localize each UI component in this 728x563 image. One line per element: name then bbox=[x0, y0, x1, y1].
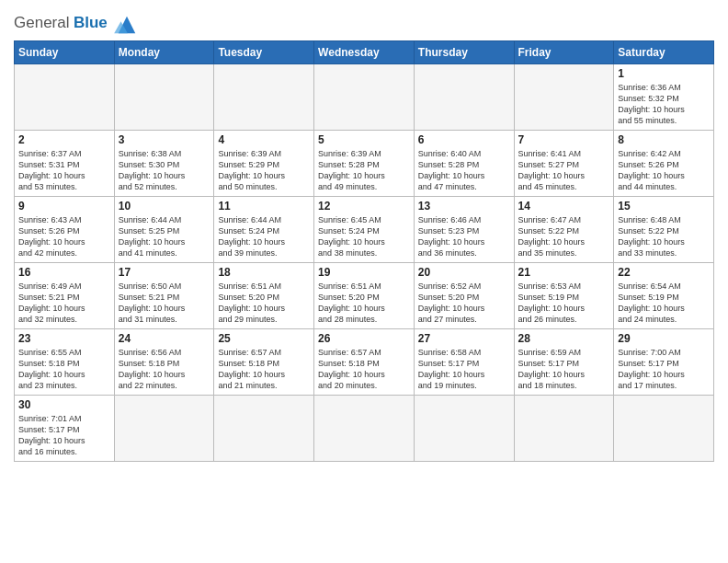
calendar-cell bbox=[214, 396, 314, 462]
week-row-2: 2Sunrise: 6:37 AM Sunset: 5:31 PM Daylig… bbox=[15, 131, 714, 197]
day-info: Sunrise: 7:01 AM Sunset: 5:17 PM Dayligh… bbox=[18, 413, 110, 458]
calendar-cell: 24Sunrise: 6:56 AM Sunset: 5:18 PM Dayli… bbox=[114, 329, 214, 396]
week-row-5: 23Sunrise: 6:55 AM Sunset: 5:18 PM Dayli… bbox=[15, 329, 714, 396]
day-info: Sunrise: 7:00 AM Sunset: 5:17 PM Dayligh… bbox=[618, 347, 710, 392]
calendar-cell bbox=[314, 64, 415, 131]
day-info: Sunrise: 6:59 AM Sunset: 5:17 PM Dayligh… bbox=[518, 347, 610, 392]
calendar-cell bbox=[314, 396, 415, 462]
day-info: Sunrise: 6:38 AM Sunset: 5:30 PM Dayligh… bbox=[119, 148, 210, 193]
day-info: Sunrise: 6:51 AM Sunset: 5:20 PM Dayligh… bbox=[318, 281, 410, 326]
logo-blue: Blue bbox=[74, 14, 108, 31]
day-info: Sunrise: 6:39 AM Sunset: 5:28 PM Dayligh… bbox=[318, 148, 410, 193]
day-info: Sunrise: 6:40 AM Sunset: 5:28 PM Dayligh… bbox=[418, 148, 510, 193]
day-info: Sunrise: 6:36 AM Sunset: 5:32 PM Dayligh… bbox=[618, 82, 710, 127]
day-info: Sunrise: 6:52 AM Sunset: 5:20 PM Dayligh… bbox=[418, 281, 510, 326]
day-number: 3 bbox=[119, 133, 210, 146]
week-row-4: 16Sunrise: 6:49 AM Sunset: 5:21 PM Dayli… bbox=[15, 263, 714, 329]
calendar-cell: 4Sunrise: 6:39 AM Sunset: 5:29 PM Daylig… bbox=[214, 131, 314, 197]
calendar-cell bbox=[214, 64, 314, 131]
logo-general: General bbox=[14, 14, 69, 31]
day-number: 19 bbox=[318, 266, 410, 279]
day-info: Sunrise: 6:54 AM Sunset: 5:19 PM Dayligh… bbox=[618, 281, 710, 326]
weekday-header-sunday: Sunday bbox=[15, 41, 115, 64]
day-number: 27 bbox=[418, 332, 510, 345]
calendar-cell: 12Sunrise: 6:45 AM Sunset: 5:24 PM Dayli… bbox=[314, 197, 415, 263]
week-row-3: 9Sunrise: 6:43 AM Sunset: 5:26 PM Daylig… bbox=[15, 197, 714, 263]
calendar-cell: 18Sunrise: 6:51 AM Sunset: 5:20 PM Dayli… bbox=[214, 263, 314, 329]
day-number: 24 bbox=[119, 332, 210, 345]
calendar-cell: 9Sunrise: 6:43 AM Sunset: 5:26 PM Daylig… bbox=[15, 197, 115, 263]
calendar-cell bbox=[114, 64, 214, 131]
calendar-cell bbox=[514, 396, 614, 462]
day-number: 16 bbox=[18, 266, 110, 279]
day-info: Sunrise: 6:44 AM Sunset: 5:24 PM Dayligh… bbox=[218, 214, 310, 259]
calendar-cell bbox=[414, 396, 514, 462]
day-number: 12 bbox=[318, 200, 410, 213]
calendar-cell bbox=[15, 64, 115, 131]
day-number: 15 bbox=[618, 200, 710, 213]
day-info: Sunrise: 6:50 AM Sunset: 5:21 PM Dayligh… bbox=[119, 281, 210, 326]
day-number: 21 bbox=[518, 266, 610, 279]
day-number: 13 bbox=[418, 200, 510, 213]
calendar-cell: 14Sunrise: 6:47 AM Sunset: 5:22 PM Dayli… bbox=[514, 197, 614, 263]
calendar-cell: 15Sunrise: 6:48 AM Sunset: 5:22 PM Dayli… bbox=[614, 197, 714, 263]
calendar-cell: 10Sunrise: 6:44 AM Sunset: 5:25 PM Dayli… bbox=[114, 197, 214, 263]
calendar-cell: 16Sunrise: 6:49 AM Sunset: 5:21 PM Dayli… bbox=[15, 263, 115, 329]
page: General Blue SundayMondayTuesdayWednesda… bbox=[0, 0, 728, 471]
calendar-cell bbox=[514, 64, 614, 131]
calendar-cell bbox=[114, 396, 214, 462]
logo: General Blue bbox=[14, 13, 140, 35]
calendar-cell: 25Sunrise: 6:57 AM Sunset: 5:18 PM Dayli… bbox=[214, 329, 314, 396]
logo-text: General Blue bbox=[14, 13, 140, 35]
weekday-header-row: SundayMondayTuesdayWednesdayThursdayFrid… bbox=[15, 41, 714, 64]
day-info: Sunrise: 6:56 AM Sunset: 5:18 PM Dayligh… bbox=[119, 347, 210, 392]
calendar-cell bbox=[614, 396, 714, 462]
calendar-cell: 28Sunrise: 6:59 AM Sunset: 5:17 PM Dayli… bbox=[514, 329, 614, 396]
weekday-header-saturday: Saturday bbox=[614, 41, 714, 64]
calendar-table: SundayMondayTuesdayWednesdayThursdayFrid… bbox=[14, 40, 714, 462]
calendar-cell: 13Sunrise: 6:46 AM Sunset: 5:23 PM Dayli… bbox=[414, 197, 514, 263]
day-number: 7 bbox=[518, 133, 610, 146]
weekday-header-thursday: Thursday bbox=[414, 41, 514, 64]
weekday-header-friday: Friday bbox=[514, 41, 614, 64]
day-number: 8 bbox=[618, 133, 710, 146]
day-info: Sunrise: 6:57 AM Sunset: 5:18 PM Dayligh… bbox=[318, 347, 410, 392]
day-info: Sunrise: 6:57 AM Sunset: 5:18 PM Dayligh… bbox=[218, 347, 310, 392]
day-number: 22 bbox=[618, 266, 710, 279]
day-info: Sunrise: 6:41 AM Sunset: 5:27 PM Dayligh… bbox=[518, 148, 610, 193]
day-number: 18 bbox=[218, 266, 310, 279]
weekday-header-tuesday: Tuesday bbox=[214, 41, 314, 64]
day-number: 9 bbox=[18, 200, 110, 213]
week-row-6: 30Sunrise: 7:01 AM Sunset: 5:17 PM Dayli… bbox=[15, 396, 714, 462]
calendar-cell: 8Sunrise: 6:42 AM Sunset: 5:26 PM Daylig… bbox=[614, 131, 714, 197]
header: General Blue bbox=[14, 9, 714, 35]
calendar-cell: 17Sunrise: 6:50 AM Sunset: 5:21 PM Dayli… bbox=[114, 263, 214, 329]
calendar-cell: 5Sunrise: 6:39 AM Sunset: 5:28 PM Daylig… bbox=[314, 131, 415, 197]
calendar-cell: 3Sunrise: 6:38 AM Sunset: 5:30 PM Daylig… bbox=[114, 131, 214, 197]
calendar-cell: 21Sunrise: 6:53 AM Sunset: 5:19 PM Dayli… bbox=[514, 263, 614, 329]
calendar-cell: 19Sunrise: 6:51 AM Sunset: 5:20 PM Dayli… bbox=[314, 263, 415, 329]
day-number: 5 bbox=[318, 133, 410, 146]
day-number: 29 bbox=[618, 332, 710, 345]
calendar-cell: 29Sunrise: 7:00 AM Sunset: 5:17 PM Dayli… bbox=[614, 329, 714, 396]
week-row-1: 1Sunrise: 6:36 AM Sunset: 5:32 PM Daylig… bbox=[15, 64, 714, 131]
logo-icon bbox=[114, 13, 140, 35]
calendar-cell: 2Sunrise: 6:37 AM Sunset: 5:31 PM Daylig… bbox=[15, 131, 115, 197]
calendar-cell: 22Sunrise: 6:54 AM Sunset: 5:19 PM Dayli… bbox=[614, 263, 714, 329]
day-number: 25 bbox=[218, 332, 310, 345]
calendar-cell: 26Sunrise: 6:57 AM Sunset: 5:18 PM Dayli… bbox=[314, 329, 415, 396]
weekday-header-monday: Monday bbox=[114, 41, 214, 64]
day-number: 28 bbox=[518, 332, 610, 345]
day-number: 14 bbox=[518, 200, 610, 213]
day-info: Sunrise: 6:51 AM Sunset: 5:20 PM Dayligh… bbox=[218, 281, 310, 326]
day-info: Sunrise: 6:55 AM Sunset: 5:18 PM Dayligh… bbox=[18, 347, 110, 392]
calendar-cell bbox=[414, 64, 514, 131]
day-number: 23 bbox=[18, 332, 110, 345]
day-info: Sunrise: 6:53 AM Sunset: 5:19 PM Dayligh… bbox=[518, 281, 610, 326]
day-info: Sunrise: 6:46 AM Sunset: 5:23 PM Dayligh… bbox=[418, 214, 510, 259]
calendar-cell: 23Sunrise: 6:55 AM Sunset: 5:18 PM Dayli… bbox=[15, 329, 115, 396]
day-number: 30 bbox=[18, 398, 110, 411]
day-info: Sunrise: 6:47 AM Sunset: 5:22 PM Dayligh… bbox=[518, 214, 610, 259]
day-info: Sunrise: 6:42 AM Sunset: 5:26 PM Dayligh… bbox=[618, 148, 710, 193]
day-info: Sunrise: 6:49 AM Sunset: 5:21 PM Dayligh… bbox=[18, 281, 110, 326]
